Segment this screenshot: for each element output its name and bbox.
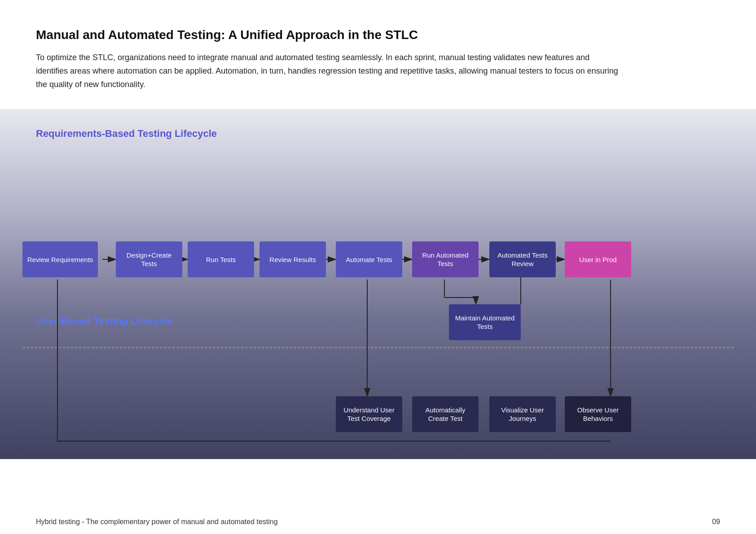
diagram-area: Requirements-Based Testing Lifecycle Use… [0,109,756,459]
node-review-results: Review Results [259,241,326,277]
node-automated-review: Automated Tests Review [489,241,556,277]
node-understand: Understand User Test Coverage [336,396,402,432]
page-description: To optimize the STLC, organizations need… [36,51,620,91]
diagram-title: Requirements-Based Testing Lifecycle [36,128,217,140]
dashed-divider [22,347,734,348]
node-observe: Observe User Behaviors [565,396,631,432]
footer: Hybrid testing - The complementary power… [0,510,756,534]
node-run-tests: Run Tests [188,241,254,277]
footer-page: 09 [712,518,720,526]
node-user-in-prod: User in Prod [565,241,631,277]
node-review-requirements: Review Requirements [22,241,98,277]
section2-label: User-Based Testing Lifecycle [36,315,173,327]
page: Manual and Automated Testing: A Unified … [0,0,756,534]
node-maintain: Maintain Automated Tests [449,304,521,340]
node-design-create: Design+Create Tests [116,241,182,277]
node-auto-create: Automatically Create Test [412,396,479,432]
node-visualize: Visualize User Journeys [489,396,556,432]
text-section: Manual and Automated Testing: A Unified … [0,0,756,105]
footer-text: Hybrid testing - The complementary power… [36,518,278,526]
page-title: Manual and Automated Testing: A Unified … [36,27,720,43]
node-automate-tests: Automate Tests [336,241,402,277]
node-run-automated: Run Automated Tests [412,241,479,277]
